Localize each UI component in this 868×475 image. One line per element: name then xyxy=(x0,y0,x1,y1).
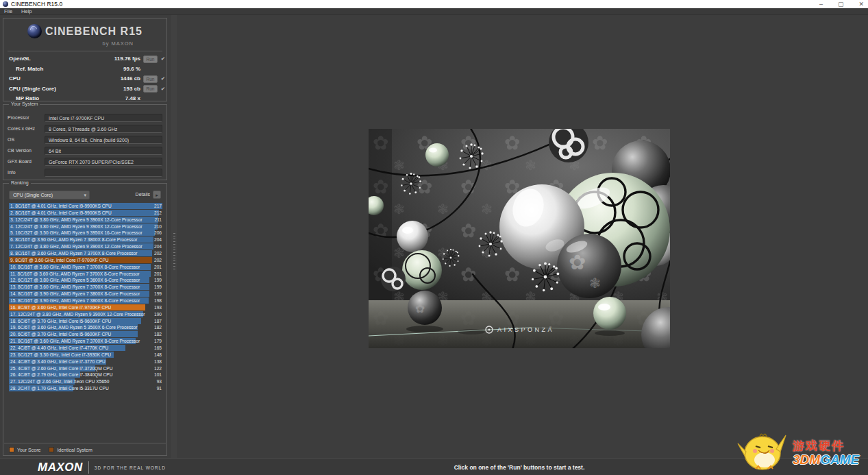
ranking-row[interactable]: 27. 12C/24T @ 2.66 GHz, Intel Xeon CPU X… xyxy=(9,378,162,385)
divider xyxy=(4,443,166,443)
chevron-down-icon: ▾ xyxy=(84,191,86,199)
ranking-row[interactable]: 22. 4C/8T @ 4.40 GHz, Intel Core i7-4770… xyxy=(9,345,162,351)
your-system-panel: Your System Processor Intel Core i7-9700… xyxy=(3,104,167,180)
ranking-row[interactable]: 16. 8C/8T @ 3.60 GHz, Intel Core i7-9700… xyxy=(9,304,162,310)
ranking-row-label: 10. 8C/16T @ 3.60 GHz, AMD Ryzen 7 3700X… xyxy=(10,264,150,270)
ranking-row-label: 19. 6C/6T @ 3.60 GHz, AMD Ryzen 5 3500X … xyxy=(10,324,150,330)
ranking-row-score: 201 xyxy=(154,264,162,270)
ranking-row-score: 199 xyxy=(154,291,162,297)
close-icon[interactable]: ✕ xyxy=(858,0,864,8)
ranking-row-label: 14. 8C/16T @ 3.90 GHz, AMD Ryzen 7 3800X… xyxy=(10,291,150,297)
cpu-single-run-button[interactable]: Run xyxy=(143,85,158,93)
ranking-row[interactable]: 28. 2C/4T @ 1.70 GHz, Intel Core i5-3317… xyxy=(9,385,162,391)
ranking-row-label: 3. 12C/24T @ 3.80 GHz, AMD Ryzen 9 3900X… xyxy=(10,217,150,223)
ranking-row[interactable]: 12. 6C/12T @ 3.80 GHz, AMD Ryzen 5 3600X… xyxy=(9,277,162,283)
legend-your-score: Your Score xyxy=(9,447,40,452)
menu-file[interactable]: File xyxy=(4,8,12,14)
ranking-row-label: 28. 2C/4T @ 1.70 GHz, Intel Core i5-3317… xyxy=(10,385,150,391)
ranking-row[interactable]: 1. 8C/16T @ 4.01 GHz, Intel Core i9-9900… xyxy=(9,203,162,209)
ranking-row[interactable]: 8. 8C/16T @ 3.60 GHz, AMD Ryzen 7 3700X … xyxy=(9,250,162,256)
maxon-tagline: 3D FOR THE REAL WORLD xyxy=(95,465,166,470)
ranking-row-label: 15. 8C/16T @ 3.90 GHz, AMD Ryzen 7 3800X… xyxy=(10,297,150,304)
cinebench-logo-icon xyxy=(27,24,42,38)
ranking-row[interactable]: 11. 8C/16T @ 3.60 GHz, AMD Ryzen 7 3700X… xyxy=(9,271,162,277)
ranking-row[interactable]: 19. 6C/6T @ 3.60 GHz, AMD Ryzen 5 3500X … xyxy=(9,324,162,330)
ranking-row-score: 211 xyxy=(154,217,162,223)
cb-version-value: 64 Bit xyxy=(45,147,162,155)
your-system-title: Your System xyxy=(9,101,40,106)
ranking-row[interactable]: 6. 8C/16T @ 3.90 GHz, AMD Ryzen 7 3800X … xyxy=(9,236,162,243)
divider xyxy=(8,51,162,51)
ranking-row-score: 187 xyxy=(154,318,162,324)
cb-version-label: CB Version xyxy=(8,148,32,153)
opengl-check-icon[interactable]: ✔ xyxy=(161,56,165,62)
ranking-row[interactable]: 18. 6C/6T @ 3.70 GHz, Intel Core i5-9600… xyxy=(9,318,162,324)
ranking-row[interactable]: 10. 8C/16T @ 3.60 GHz, AMD Ryzen 7 3700X… xyxy=(9,264,162,270)
cpu-check-icon[interactable]: ✔ xyxy=(161,75,165,82)
cpu-run-button[interactable]: Run xyxy=(143,75,158,83)
ranking-row[interactable]: 26. 4C/8T @ 2.79 GHz, Intel Core i7-3840… xyxy=(9,372,162,378)
ranking-row-score: 193 xyxy=(154,304,162,310)
ranking-row[interactable]: 25. 4C/8T @ 2.60 GHz, Intel Core i7-3720… xyxy=(9,365,162,372)
score-panel: CINEBENCH R15 by MAXON OpenGL 119.76 fps… xyxy=(3,18,167,101)
maxon-wordmark: MAXON xyxy=(38,461,83,474)
ranking-row[interactable]: 23. 6C/12T @ 3.30 GHz, Intel Core i7-393… xyxy=(9,352,162,358)
cinebench-window: CINEBENCH R15.0 – ▢ ✕ File Help CINEBENC… xyxy=(0,0,868,475)
opengl-run-button[interactable]: Run xyxy=(143,56,158,63)
info-label: Info xyxy=(8,170,16,175)
gfx-board-label: GFX Board xyxy=(8,159,32,164)
ranking-row-label: 23. 6C/12T @ 3.30 GHz, Intel Core i7-393… xyxy=(10,352,150,358)
ranking-row-label: 27. 12C/24T @ 2.66 GHz, Intel Xeon CPU X… xyxy=(10,378,150,385)
ranking-row-score: 165 xyxy=(154,345,162,351)
ranking-row[interactable]: 17. 12C/24T @ 3.80 GHz, AMD Ryzen 9 3900… xyxy=(9,311,162,317)
ranking-row-score: 101 xyxy=(154,372,162,378)
ranking-row[interactable]: 3. 12C/24T @ 3.80 GHz, AMD Ryzen 9 3900X… xyxy=(9,217,162,223)
score-row-cpu: CPU 1446 cb Run ✔ xyxy=(3,74,166,84)
ranking-row[interactable]: 14. 8C/16T @ 3.90 GHz, AMD Ryzen 7 3800X… xyxy=(9,291,162,297)
details-button[interactable]: ▸ xyxy=(153,191,161,199)
system-row-cores: Cores x GHz 8 Cores, 8 Threads @ 3.60 GH… xyxy=(3,125,166,134)
ranking-row-label: 4. 12C/24T @ 3.80 GHz, AMD Ryzen 9 3900X… xyxy=(10,223,150,230)
ranking-row-label: 5. 16C/32T @ 3.50 GHz, AMD Ryzen 9 3950X… xyxy=(10,230,150,236)
ranking-row[interactable]: 9. 8C/8T @ 3.60 GHz, Intel Core i7-9700K… xyxy=(9,257,162,263)
score-row-opengl: OpenGL 119.76 fps Run ✔ xyxy=(3,54,166,64)
os-value: Windows 8, 64 Bit, China (build 9200) xyxy=(45,136,162,144)
panel-splitter[interactable] xyxy=(171,15,177,458)
cores-label: Cores x GHz xyxy=(8,126,35,131)
ranking-row[interactable]: 21. 8C/16T @ 3.60 GHz, AMD Ryzen 7 3700X… xyxy=(9,338,162,344)
ranking-row-label: 21. 8C/16T @ 3.60 GHz, AMD Ryzen 7 3700X… xyxy=(10,338,150,344)
opengl-label: OpenGL xyxy=(9,56,31,62)
ranking-row-label: 20. 6C/6T @ 3.70 GHz, Intel Core i5-9600… xyxy=(10,331,150,337)
mp-ratio-label: MP Ratio xyxy=(16,95,39,101)
minimize-icon[interactable]: – xyxy=(819,0,823,8)
ranking-title: Ranking xyxy=(9,180,31,185)
ranking-row[interactable]: 5. 16C/32T @ 3.50 GHz, AMD Ryzen 9 3950X… xyxy=(9,230,162,236)
ranking-row[interactable]: 4. 12C/24T @ 3.80 GHz, AMD Ryzen 9 3900X… xyxy=(9,223,162,230)
ranking-row[interactable]: 7. 12C/24T @ 3.80 GHz, AMD Ryzen 9 3900X… xyxy=(9,243,162,249)
ranking-row-score: 210 xyxy=(154,223,162,230)
ranking-row[interactable]: 20. 6C/6T @ 3.70 GHz, Intel Core i5-9600… xyxy=(9,331,162,337)
ranking-row[interactable]: 24. 4C/8T @ 3.40 GHz, Intel Core i7-3770… xyxy=(9,358,162,365)
mp-ratio-value: 7.48 x xyxy=(79,95,140,101)
ranking-row-score: 190 xyxy=(154,311,162,317)
maximize-icon[interactable]: ▢ xyxy=(838,0,844,8)
cpu-single-check-icon[interactable]: ✔ xyxy=(161,86,165,92)
system-row-cb-version: CB Version 64 Bit xyxy=(3,147,166,156)
ranking-filter-dropdown[interactable]: CPU (Single Core) ▾ xyxy=(9,191,90,199)
ranking-row-score: 199 xyxy=(154,277,162,283)
cores-value: 8 Cores, 8 Threads @ 3.60 GHz xyxy=(45,125,162,133)
ranking-row-label: 17. 12C/24T @ 3.80 GHz, AMD Ryzen 9 3900… xyxy=(10,311,150,317)
svg-text:✿: ✿ xyxy=(569,251,586,273)
svg-text:❃: ❃ xyxy=(589,276,601,291)
ranking-row[interactable]: 13. 8C/16T @ 3.60 GHz, AMD Ryzen 7 3700X… xyxy=(9,284,162,290)
ranking-row-label: 22. 4C/8T @ 4.40 GHz, Intel Core i7-4770… xyxy=(10,345,150,351)
system-row-os: OS Windows 8, 64 Bit, China (build 9200) xyxy=(3,136,166,145)
ranking-row-score: 202 xyxy=(154,250,162,256)
logo-subtitle: by MAXON xyxy=(102,40,134,47)
legend-your-label: Your Score xyxy=(17,448,40,452)
ranking-row[interactable]: 15. 8C/16T @ 3.90 GHz, AMD Ryzen 7 3800X… xyxy=(9,297,162,304)
ranking-row[interactable]: 2. 8C/16T @ 4.01 GHz, Intel Core i9-9900… xyxy=(9,210,162,216)
legend-identical-label: Identical System xyxy=(57,448,92,452)
ranking-row-label: 8. 8C/16T @ 3.60 GHz, AMD Ryzen 7 3700X … xyxy=(10,250,150,256)
menu-help[interactable]: Help xyxy=(21,8,32,14)
